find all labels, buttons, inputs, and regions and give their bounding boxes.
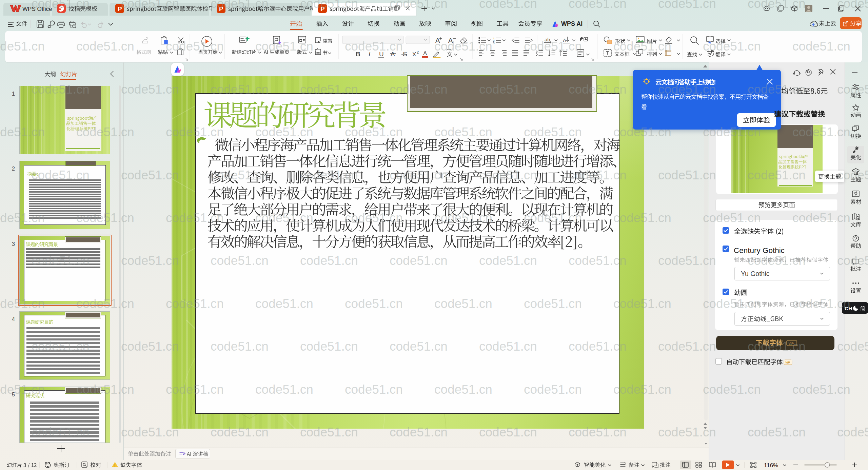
svg-text:code51.cn: code51.cn xyxy=(300,425,358,439)
svg-text:code51.cn: code51.cn xyxy=(748,0,806,11)
svg-text:A: A xyxy=(423,50,427,57)
svg-text:code51.cn: code51.cn xyxy=(703,125,761,139)
svg-text:code51.cn: code51.cn xyxy=(703,39,761,53)
svg-text:4: 4 xyxy=(12,316,15,322)
svg-text:code51.cn: code51.cn xyxy=(166,468,224,470)
svg-text:code51.cn: code51.cn xyxy=(345,211,403,225)
svg-text:code51.cn: code51.cn xyxy=(390,168,448,182)
svg-text:code51.cn: code51.cn xyxy=(524,125,582,139)
svg-text:code51.cn: code51.cn xyxy=(166,125,224,139)
svg-text:code51.cn: code51.cn xyxy=(434,211,492,225)
svg-text:code51.cn: code51.cn xyxy=(479,339,537,353)
svg-text:code51.cn: code51.cn xyxy=(300,0,358,11)
svg-text:code51.cn: code51.cn xyxy=(524,383,582,396)
svg-text:code51.cn: code51.cn xyxy=(121,0,179,11)
svg-text:code51.cn: code51.cn xyxy=(76,468,134,470)
svg-text:code51.cn: code51.cn xyxy=(76,211,134,225)
svg-text:code51.cn: code51.cn xyxy=(300,254,358,268)
svg-text:code51.cn: code51.cn xyxy=(211,425,269,439)
svg-text:code51.cn: code51.cn xyxy=(569,254,627,268)
svg-text:code51.cn: code51.cn xyxy=(524,211,582,225)
svg-text:code51.cn: code51.cn xyxy=(613,125,671,139)
svg-text:code51.cn: code51.cn xyxy=(703,468,761,470)
svg-text:code51.cn: code51.cn xyxy=(837,0,868,11)
svg-text:WPS AI: WPS AI xyxy=(561,20,583,27)
svg-text:code51.cn: code51.cn xyxy=(32,339,90,353)
svg-text:code51.cn: code51.cn xyxy=(748,254,806,268)
svg-text:code51.cn: code51.cn xyxy=(0,383,45,396)
svg-text:code51.cn: code51.cn xyxy=(479,254,537,268)
svg-text:code51.cn: code51.cn xyxy=(792,39,850,53)
svg-text:code51.cn: code51.cn xyxy=(0,468,45,470)
svg-text:code51.cn: code51.cn xyxy=(211,82,269,96)
svg-text:code51.cn: code51.cn xyxy=(434,297,492,311)
svg-text:2: 2 xyxy=(12,166,15,172)
svg-text:code51.cn: code51.cn xyxy=(76,125,134,139)
svg-text:code51.cn: code51.cn xyxy=(524,468,582,470)
svg-text:code51.cn: code51.cn xyxy=(837,82,868,96)
svg-text:code51.cn: code51.cn xyxy=(345,125,403,139)
svg-text:1: 1 xyxy=(12,91,15,97)
svg-text:code51.cn: code51.cn xyxy=(390,0,448,11)
svg-text:code51.cn: code51.cn xyxy=(0,39,45,53)
svg-text:code51.cn: code51.cn xyxy=(658,254,716,268)
svg-text:code51.cn: code51.cn xyxy=(434,468,492,470)
svg-text:code51.cn: code51.cn xyxy=(121,168,179,182)
svg-text:code51.cn: code51.cn xyxy=(345,383,403,396)
svg-text:3: 3 xyxy=(493,42,495,45)
svg-text:code51.cn: code51.cn xyxy=(121,254,179,268)
svg-text:code51.cn: code51.cn xyxy=(613,383,671,396)
svg-text:2: 2 xyxy=(417,50,419,54)
svg-text:code51.cn: code51.cn xyxy=(792,383,850,396)
svg-text:code51.cn: code51.cn xyxy=(255,383,313,396)
svg-text:code51.cn: code51.cn xyxy=(434,383,492,396)
svg-text:code51.cn: code51.cn xyxy=(300,168,358,182)
svg-text:code51.cn: code51.cn xyxy=(569,425,627,439)
svg-text:code51.cn: code51.cn xyxy=(569,339,627,353)
svg-text:code51.cn: code51.cn xyxy=(76,39,134,53)
svg-text:code51.cn: code51.cn xyxy=(748,168,806,182)
svg-text:code51.cn: code51.cn xyxy=(345,468,403,470)
svg-text:code51.cn: code51.cn xyxy=(703,211,761,225)
svg-text:code51.cn: code51.cn xyxy=(121,339,179,353)
svg-text:code51.cn: code51.cn xyxy=(569,82,627,96)
svg-text:code51.cn: code51.cn xyxy=(524,297,582,311)
svg-text:code51.cn: code51.cn xyxy=(658,82,716,96)
svg-text:code51.cn: code51.cn xyxy=(211,0,269,11)
svg-text:code51.cn: code51.cn xyxy=(76,297,134,311)
svg-text:code51.cn: code51.cn xyxy=(255,297,313,311)
svg-text:code51.cn: code51.cn xyxy=(390,339,448,353)
svg-text:code51.cn: code51.cn xyxy=(613,468,671,470)
svg-text:code51.cn: code51.cn xyxy=(658,168,716,182)
svg-text:code51.cn: code51.cn xyxy=(32,254,90,268)
svg-text:code51.cn: code51.cn xyxy=(32,82,90,96)
svg-text:116%: 116% xyxy=(764,462,778,469)
svg-text:code51.cn: code51.cn xyxy=(255,125,313,139)
svg-text:code51.cn: code51.cn xyxy=(255,468,313,470)
svg-text:code51.cn: code51.cn xyxy=(211,168,269,182)
svg-text:code51.cn: code51.cn xyxy=(166,39,224,53)
svg-text:code51.cn: code51.cn xyxy=(792,211,850,225)
svg-text:code51.cn: code51.cn xyxy=(703,383,761,396)
svg-text:code51.cn: code51.cn xyxy=(255,211,313,225)
svg-text:code51.cn: code51.cn xyxy=(479,82,537,96)
svg-text:code51.cn: code51.cn xyxy=(658,0,716,11)
svg-text:3: 3 xyxy=(12,241,15,247)
svg-text:code51.cn: code51.cn xyxy=(211,254,269,268)
svg-text:code51.cn: code51.cn xyxy=(121,425,179,439)
svg-text:code51.cn: code51.cn xyxy=(613,211,671,225)
svg-text:code51.cn: code51.cn xyxy=(613,297,671,311)
svg-text:code51.cn: code51.cn xyxy=(345,39,403,53)
svg-text:code51.cn: code51.cn xyxy=(76,383,134,396)
svg-text:code51.cn: code51.cn xyxy=(748,425,806,439)
svg-text:code51.cn: code51.cn xyxy=(569,0,627,11)
svg-text:Century Gothic: Century Gothic xyxy=(734,246,785,255)
svg-text:code51.cn: code51.cn xyxy=(300,82,358,96)
svg-text:code51.cn: code51.cn xyxy=(0,211,45,225)
svg-text:code51.cn: code51.cn xyxy=(390,82,448,96)
svg-text:code51.cn: code51.cn xyxy=(837,425,868,439)
svg-text:code51.cn: code51.cn xyxy=(748,339,806,353)
svg-text:code51.cn: code51.cn xyxy=(166,297,224,311)
svg-text:X: X xyxy=(412,51,416,58)
svg-text:code51.cn: code51.cn xyxy=(792,125,850,139)
